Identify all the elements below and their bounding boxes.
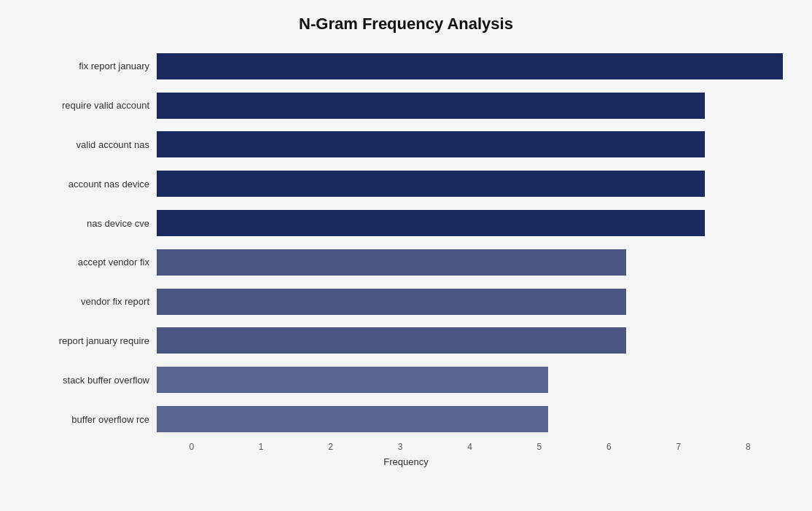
bar-track [157,93,783,119]
x-axis-tick: 4 [435,442,504,452]
bar-track [157,289,783,315]
bar-label: fix report january [29,61,157,71]
bar-fill [157,131,705,157]
bar-label: accept vendor fix [29,257,157,268]
bar-fill [157,327,626,354]
x-axis-tick: 7 [644,442,713,452]
bar-track [157,367,783,393]
bar-fill [157,367,548,393]
bar-track [157,249,783,276]
bar-fill [157,406,548,432]
bar-fill [157,93,705,119]
bar-track [157,171,783,197]
bar-row: report january require [29,323,783,358]
bar-label: account nas device [29,179,157,190]
bar-row: fix report january [29,49,783,84]
bar-row: require valid account [29,88,783,123]
bar-row: account nas device [29,166,783,201]
bar-track [157,210,783,236]
bar-track [157,53,783,79]
x-axis-ticks: 012345678 [157,442,783,452]
bar-row: accept vendor fix [29,245,783,280]
bar-label: stack buffer overflow [29,375,157,386]
x-axis-tick: 0 [157,442,226,452]
bar-row: vendor fix report [29,284,783,319]
x-axis-tick: 5 [504,442,574,452]
bar-fill [157,289,626,315]
chart-area: fix report januaryrequire valid accountv… [29,47,783,467]
bar-track [157,327,783,354]
bar-label: require valid account [29,100,157,111]
bar-track [157,131,783,157]
x-axis-tick: 3 [365,442,434,452]
bar-row: stack buffer overflow [29,362,783,397]
bar-label: buffer overflow rce [29,414,157,425]
chart-title: N-Gram Frequency Analysis [29,15,783,34]
bar-row: valid account nas [29,127,783,162]
x-axis-tick: 1 [226,442,295,452]
bar-fill [157,53,783,79]
bar-fill [157,171,705,197]
x-axis-tick: 6 [574,442,644,452]
x-axis-tick: 8 [714,442,783,452]
bar-fill [157,249,626,276]
x-axis-area: 012345678 Frequency [29,442,783,467]
bar-label: report january require [29,335,157,346]
bars-section: fix report januaryrequire valid accountv… [29,47,783,439]
bar-label: valid account nas [29,139,157,150]
bar-row: buffer overflow rce [29,402,783,437]
bar-row: nas device cve [29,206,783,241]
bar-track [157,406,783,432]
bar-fill [157,210,705,236]
x-axis-label: Frequency [29,456,783,467]
chart-container: N-Gram Frequency Analysis fix report jan… [0,0,812,511]
bar-label: vendor fix report [29,296,157,307]
bar-label: nas device cve [29,218,157,229]
x-axis-tick: 2 [296,442,365,452]
